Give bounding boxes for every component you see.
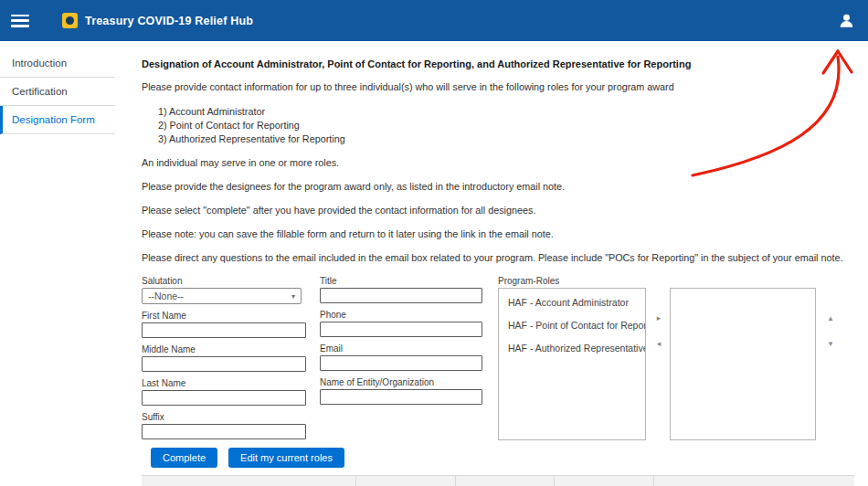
first-name-field[interactable] xyxy=(142,322,306,338)
sidebar-item-certification[interactable]: Certification xyxy=(0,78,115,106)
suffix-field[interactable] xyxy=(142,424,306,439)
email-field[interactable] xyxy=(320,355,482,371)
sidebar-item-introduction[interactable]: Introduction xyxy=(0,49,115,78)
sidebar-item-designation-form[interactable]: Designation Form xyxy=(0,106,115,134)
intro-text: Please provide contact information for u… xyxy=(142,81,854,93)
first-name-label: First Name xyxy=(142,311,306,321)
instruction-text: Please direct any questions to the email… xyxy=(142,252,854,264)
entity-name-field[interactable] xyxy=(320,389,482,405)
salutation-value: --None-- xyxy=(148,291,184,301)
last-name-field[interactable] xyxy=(142,390,306,406)
form-actions: Complete Edit my current roles xyxy=(151,448,344,468)
app-brand: Treasury COVID-19 Relief Hub xyxy=(62,13,253,28)
table-header-cell xyxy=(456,476,555,486)
roles-list-item: 2) Point of Contact for Reporting xyxy=(158,119,854,132)
table-header-row xyxy=(142,475,854,486)
instruction-text: Please select "complete" after you have … xyxy=(142,205,854,217)
last-name-label: Last Name xyxy=(142,378,306,388)
instruction-text: An individual may serve in one or more r… xyxy=(142,157,854,169)
table-header-cell xyxy=(654,476,854,486)
table-header-cell xyxy=(356,476,456,486)
program-roles-available-listbox[interactable]: HAF - Account Administrator HAF - Point … xyxy=(498,288,646,440)
title-label: Title xyxy=(320,276,482,286)
move-up-button[interactable]: ▴ xyxy=(824,312,837,323)
designation-form: Salutation --None-- ▾ First Name Middle … xyxy=(142,276,854,440)
program-role-option[interactable]: HAF - Authorized Representative fo... xyxy=(499,334,645,357)
program-roles-label: Program-Roles xyxy=(498,276,559,286)
page-title: Designation of Account Administrator, Po… xyxy=(142,58,854,69)
email-label: Email xyxy=(320,343,482,354)
edit-current-roles-button[interactable]: Edit my current roles xyxy=(228,448,344,468)
instruction-text: Please note: you can save the fillable f… xyxy=(142,228,854,240)
app-title: Treasury COVID-19 Relief Hub xyxy=(85,15,253,27)
complete-button[interactable]: Complete xyxy=(151,448,217,468)
table-header-cell xyxy=(555,476,654,486)
roles-list-item: 3) Authorized Representative for Reporti… xyxy=(158,132,854,146)
suffix-label: Suffix xyxy=(142,412,306,422)
salutation-label: Salutation xyxy=(142,276,306,286)
program-roles-selected-listbox[interactable] xyxy=(670,288,816,440)
table-header-cell xyxy=(142,476,356,486)
menu-icon[interactable] xyxy=(11,15,29,27)
program-role-option[interactable]: HAF - Account Administrator xyxy=(499,289,645,312)
program-role-option[interactable]: HAF - Point of Contact for Reporting xyxy=(499,312,645,334)
middle-name-field[interactable] xyxy=(142,356,306,372)
instruction-text: Please provide the designees for the pro… xyxy=(142,181,854,193)
top-nav-bar: Treasury COVID-19 Relief Hub xyxy=(0,0,868,41)
sidebar: Introduction Certification Designation F… xyxy=(0,49,115,134)
treasury-seal-icon xyxy=(62,13,78,28)
move-left-button[interactable]: ◂ xyxy=(652,338,665,349)
main-content: Designation of Account Administrator, Po… xyxy=(142,58,854,486)
entity-name-label: Name of Entity/Organization xyxy=(320,377,482,387)
roles-list-item: 1) Account Administrator xyxy=(158,105,854,119)
move-down-button[interactable]: ▾ xyxy=(824,338,837,349)
middle-name-label: Middle Name xyxy=(142,344,306,354)
user-avatar-icon[interactable] xyxy=(838,12,855,29)
phone-field[interactable] xyxy=(320,322,482,337)
chevron-down-icon: ▾ xyxy=(291,292,295,301)
salutation-select[interactable]: --None-- ▾ xyxy=(142,288,302,304)
roles-list: 1) Account Administrator 2) Point of Con… xyxy=(158,105,854,146)
title-field[interactable] xyxy=(320,288,482,303)
phone-label: Phone xyxy=(320,310,482,320)
move-right-button[interactable]: ▸ xyxy=(652,312,665,323)
